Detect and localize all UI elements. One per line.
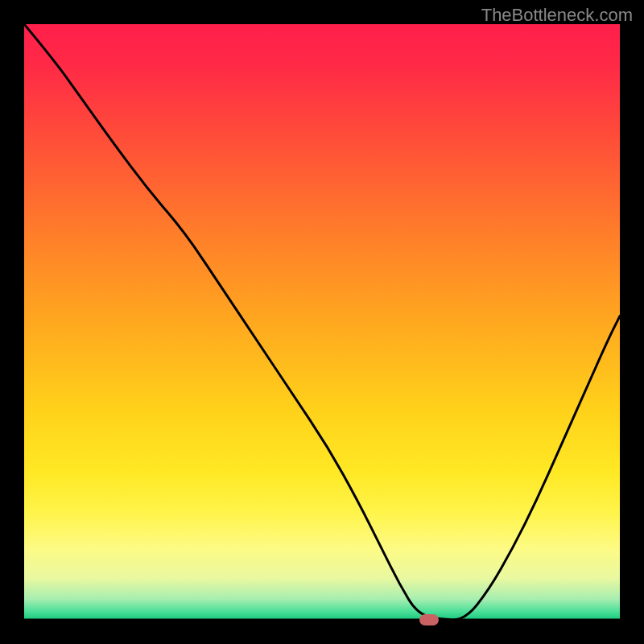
chart-curve <box>24 24 620 620</box>
optimal-point-marker <box>419 614 439 625</box>
watermark-text: TheBottleneck.com <box>481 5 633 26</box>
plot-area <box>24 24 620 620</box>
